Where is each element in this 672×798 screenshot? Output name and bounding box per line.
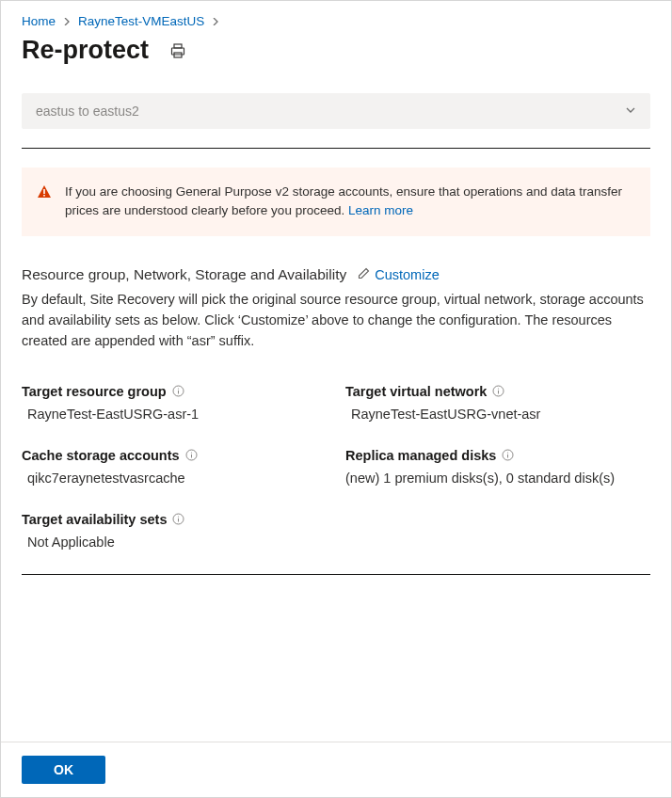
pencil-icon <box>358 267 370 282</box>
field-value: RayneTest-EastUSRG-asr-1 <box>22 407 327 422</box>
field-cache-storage-accounts: Cache storage accounts qikc7eraynetestva… <box>22 448 327 486</box>
field-value: (new) 1 premium disks(s), 0 standard dis… <box>345 471 650 486</box>
field-value: RayneTest-EastUSRG-vnet-asr <box>345 407 650 422</box>
warning-text: If you are choosing General Purpose v2 s… <box>65 184 622 217</box>
svg-rect-3 <box>43 189 45 194</box>
section-title: Resource group, Network, Storage and Ava… <box>22 266 346 283</box>
print-icon[interactable] <box>168 40 188 61</box>
info-icon[interactable] <box>172 385 184 397</box>
chevron-down-icon <box>625 104 636 119</box>
breadcrumb-home[interactable]: Home <box>22 14 56 28</box>
field-target-virtual-network: Target virtual network RayneTest-EastUSR… <box>345 384 650 422</box>
field-value: qikc7eraynetestvasrcache <box>22 471 327 486</box>
info-icon[interactable] <box>502 449 514 461</box>
region-select[interactable]: eastus to eastus2 <box>22 93 650 129</box>
breadcrumb: Home RayneTest-VMEastUS <box>22 14 650 28</box>
warning-learn-more-link[interactable]: Learn more <box>348 203 413 217</box>
chevron-right-icon <box>63 16 71 27</box>
svg-point-7 <box>178 389 179 390</box>
customize-button[interactable]: Customize <box>358 267 440 282</box>
field-target-availability-sets: Target availability sets Not Applicable <box>22 512 327 550</box>
field-value: Not Applicable <box>22 535 327 550</box>
warning-icon <box>37 184 52 221</box>
section-description: By default, Site Recovery will pick the … <box>22 289 650 352</box>
divider <box>22 574 650 575</box>
field-target-resource-group: Target resource group RayneTest-EastUSRG… <box>22 384 327 422</box>
page-title: Re-protect <box>22 36 149 65</box>
svg-point-10 <box>498 389 499 390</box>
field-label: Cache storage accounts <box>22 448 180 463</box>
svg-point-13 <box>191 453 192 454</box>
divider <box>22 148 650 149</box>
info-icon[interactable] <box>185 449 198 461</box>
info-icon[interactable] <box>492 385 504 397</box>
field-label: Target virtual network <box>345 384 487 399</box>
field-label: Target resource group <box>22 384 167 399</box>
svg-rect-4 <box>43 195 45 197</box>
info-icon[interactable] <box>172 513 184 525</box>
ok-button[interactable]: OK <box>22 756 105 784</box>
chevron-right-icon <box>212 16 219 27</box>
warning-banner: If you are choosing General Purpose v2 s… <box>22 168 650 236</box>
field-label: Target availability sets <box>22 512 167 527</box>
field-label: Replica managed disks <box>345 448 496 463</box>
field-replica-managed-disks: Replica managed disks (new) 1 premium di… <box>345 448 650 486</box>
svg-point-16 <box>507 453 508 454</box>
customize-label: Customize <box>375 267 440 282</box>
footer-bar: OK <box>1 742 671 797</box>
breadcrumb-item-vm[interactable]: RayneTest-VMEastUS <box>78 14 204 28</box>
svg-point-19 <box>178 517 179 518</box>
region-select-value: eastus to eastus2 <box>36 104 139 119</box>
